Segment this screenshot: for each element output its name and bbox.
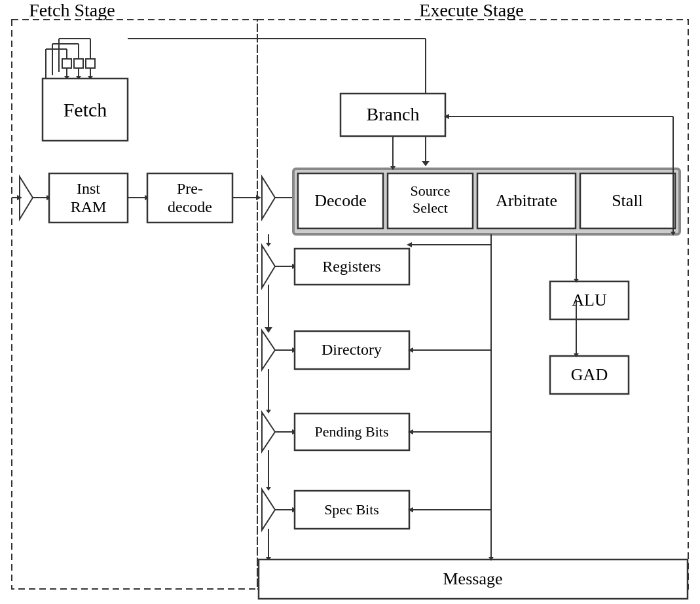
decode-label: Decode	[314, 191, 366, 210]
svg-marker-50	[262, 245, 275, 288]
svg-marker-82	[266, 410, 271, 414]
stall-label: Stall	[612, 191, 643, 210]
svg-marker-34	[256, 195, 261, 200]
inst-ram-label: Inst	[77, 180, 100, 197]
source-select-label: Source	[410, 183, 450, 199]
alu-label: ALU	[572, 291, 607, 310]
svg-rect-4	[86, 59, 95, 68]
pending-bits-label: Pending Bits	[314, 423, 388, 440]
predecode-label: Pre-	[177, 180, 203, 197]
inst-ram-label2: RAM	[71, 198, 107, 215]
svg-marker-86	[262, 489, 275, 530]
execute-stage-label: Execute Stage	[419, 0, 523, 20]
svg-rect-3	[74, 59, 83, 68]
fetch-label: Fetch	[64, 99, 107, 120]
svg-marker-54	[266, 243, 271, 247]
predecode-label2: decode	[168, 198, 212, 215]
source-select-label2: Select	[413, 200, 448, 216]
svg-marker-23	[422, 161, 430, 166]
svg-marker-35	[262, 177, 275, 219]
branch-label: Branch	[367, 104, 420, 124]
directory-label: Directory	[322, 341, 382, 358]
svg-rect-2	[62, 59, 71, 68]
architecture-diagram: Fetch Stage Execute Stage Fetch	[0, 0, 700, 604]
message-label: Message	[443, 569, 503, 588]
registers-label: Registers	[322, 258, 380, 275]
svg-marker-58	[407, 242, 412, 247]
fetch-stage-label: Fetch Stage	[29, 0, 115, 20]
arbitrate-label: Arbitrate	[496, 191, 557, 210]
svg-marker-78	[262, 412, 275, 452]
svg-marker-62	[262, 330, 275, 370]
gad-label: GAD	[571, 365, 608, 384]
svg-marker-90	[266, 487, 271, 491]
spec-bits-label: Spec Bits	[324, 501, 379, 518]
